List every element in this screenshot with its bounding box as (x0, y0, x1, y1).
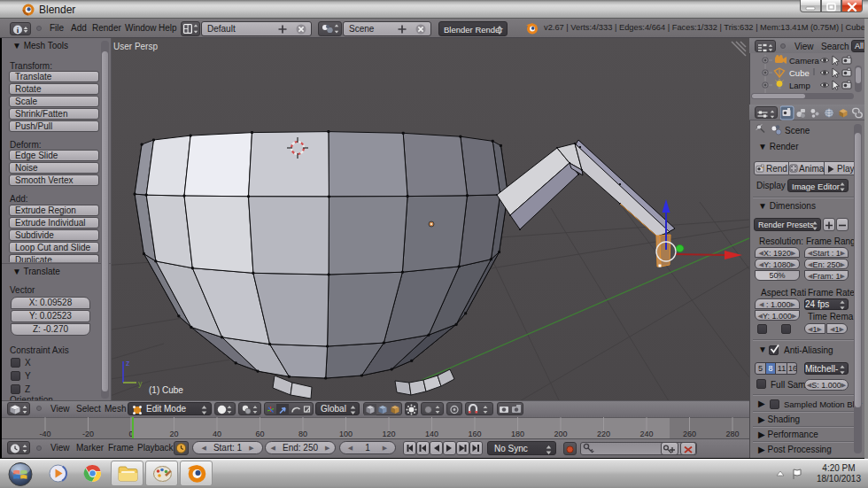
svg-text:180: 180 (511, 430, 524, 438)
svg-text:40: 40 (213, 430, 221, 438)
svg-text:220: 220 (597, 430, 610, 438)
svg-text:z: z (126, 359, 130, 368)
svg-text:20: 20 (169, 430, 178, 438)
svg-text:260: 260 (683, 430, 696, 438)
svg-text:Camera: Camera (789, 56, 820, 66)
svg-text:120: 120 (382, 430, 395, 438)
svg-text:160: 160 (468, 430, 481, 438)
svg-text:Lamp: Lamp (789, 81, 810, 90)
svg-text:Cube: Cube (789, 68, 810, 78)
svg-text:140: 140 (425, 430, 438, 438)
svg-text:(1) Cube: (1) Cube (149, 385, 183, 395)
svg-text:80: 80 (298, 430, 307, 438)
svg-text:y: y (138, 379, 143, 388)
svg-text:-40: -40 (39, 430, 50, 438)
svg-text:100: 100 (339, 430, 353, 438)
svg-text:240: 240 (639, 430, 653, 438)
svg-text:200: 200 (554, 430, 567, 438)
svg-text:User Persp: User Persp (113, 42, 158, 51)
svg-text:280: 280 (725, 430, 739, 438)
svg-text:60: 60 (255, 430, 264, 438)
svg-text:-20: -20 (82, 430, 94, 438)
